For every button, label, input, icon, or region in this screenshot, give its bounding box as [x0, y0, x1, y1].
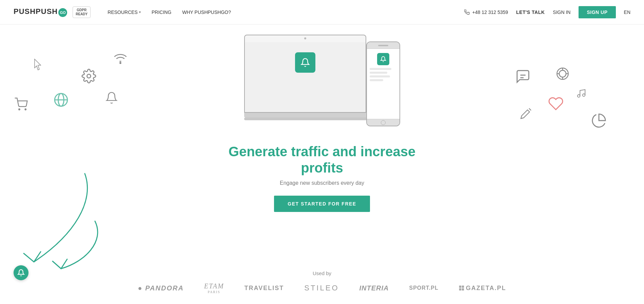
navbar: PUSHPUSHGO GDPR READY RESOURCES ▾ PRICIN… — [0, 0, 644, 24]
gear-icon — [81, 69, 96, 85]
svg-line-17 — [529, 108, 531, 110]
svg-point-16 — [583, 94, 585, 96]
phone-speaker — [378, 45, 388, 46]
svg-point-6 — [25, 109, 26, 110]
phone-notification — [377, 53, 389, 65]
language-selector[interactable]: EN — [624, 10, 630, 15]
laptop-illustration — [244, 35, 376, 126]
laptop-camera — [304, 37, 306, 39]
lets-talk-link[interactable]: LET'S TALK — [516, 10, 545, 15]
laptop-content — [245, 42, 366, 112]
cta-button[interactable]: GET STARTED FOR FREE — [274, 196, 370, 212]
logo-text: PUSHPUSH — [14, 7, 58, 16]
svg-point-1 — [120, 62, 121, 64]
brand-etam: EtamPARIS — [204, 282, 224, 294]
gdpr-badge: GDPR READY — [73, 6, 91, 18]
brand-travelist: TRAVELIST — [245, 285, 284, 292]
hero-headline: Generate traffic and increase profits — [220, 143, 424, 176]
svg-rect-22 — [462, 288, 464, 290]
brand-interia: interia — [359, 284, 389, 292]
heart-icon — [547, 96, 564, 113]
brand-pandora: ● PANDORA — [138, 284, 184, 292]
notification-widget[interactable] — [14, 265, 28, 280]
phone-area: +48 12 312 5359 — [464, 10, 508, 15]
laptop-notification — [295, 52, 315, 73]
logo-area: PUSHPUSHGO GDPR READY — [14, 6, 97, 18]
sign-up-button[interactable]: SIGN UP — [579, 6, 616, 18]
phone-top-bar — [367, 42, 399, 49]
chat-icon — [514, 69, 532, 86]
brand-gazeta-pl: GAZETA.PL — [459, 285, 506, 292]
bell-left-icon — [105, 91, 118, 106]
nav-resources[interactable]: RESOURCES ▾ — [108, 10, 141, 15]
wifi-icon — [112, 52, 129, 67]
globe-icon — [53, 91, 70, 110]
used-by-label: Used by — [313, 270, 331, 276]
hero-center: Generate traffic and increase profits En… — [220, 31, 424, 212]
chevron-down-icon: ▾ — [139, 10, 141, 14]
phone-content — [367, 49, 399, 119]
laptop-foot — [244, 118, 387, 120]
pencil-icon — [520, 106, 532, 122]
svg-point-10 — [559, 70, 566, 77]
brands-row: ● PANDORA EtamPARIS TRAVELIST STILEO int… — [138, 282, 506, 294]
pie-icon — [591, 113, 607, 130]
svg-point-0 — [87, 74, 91, 78]
svg-point-5 — [19, 109, 20, 110]
phone-bottom — [367, 119, 399, 126]
brand-sport-pl: SPORT.PL — [409, 285, 438, 291]
laptop-screen — [244, 35, 366, 113]
phone-icon — [464, 10, 470, 15]
sign-in-link[interactable]: SIGN IN — [553, 10, 570, 15]
svg-point-15 — [578, 95, 580, 97]
nav-why[interactable]: WHY PUSHPUSHGO? — [182, 10, 231, 15]
laptop-base — [244, 113, 373, 118]
nav-links: RESOURCES ▾ PRICING WHY PUSHPUSHGO? — [108, 10, 464, 15]
target-icon — [556, 67, 569, 82]
device-illustration — [241, 31, 404, 137]
cursor-icon — [31, 58, 44, 75]
arrow-decoration-left — [7, 167, 109, 277]
cart-icon — [14, 97, 28, 112]
hero-section: Generate traffic and increase profits En… — [0, 24, 644, 304]
nav-pricing[interactable]: PRICING — [152, 10, 171, 15]
music-icon — [576, 87, 586, 101]
logo-go-badge: GO — [58, 8, 67, 17]
phone-content-lines — [370, 68, 397, 81]
nav-right: +48 12 312 5359 LET'S TALK SIGN IN SIGN … — [464, 6, 630, 18]
svg-rect-19 — [459, 286, 461, 288]
phone-home-button — [381, 120, 386, 125]
logo[interactable]: PUSHPUSHGO — [14, 7, 67, 17]
svg-rect-20 — [462, 286, 464, 288]
svg-rect-21 — [459, 288, 461, 290]
hero-subline: Engage new subscribers every day — [280, 180, 364, 186]
phone-illustration — [366, 41, 400, 126]
phone-number: +48 12 312 5359 — [472, 10, 508, 15]
brand-stileo: STILEO — [304, 284, 339, 292]
